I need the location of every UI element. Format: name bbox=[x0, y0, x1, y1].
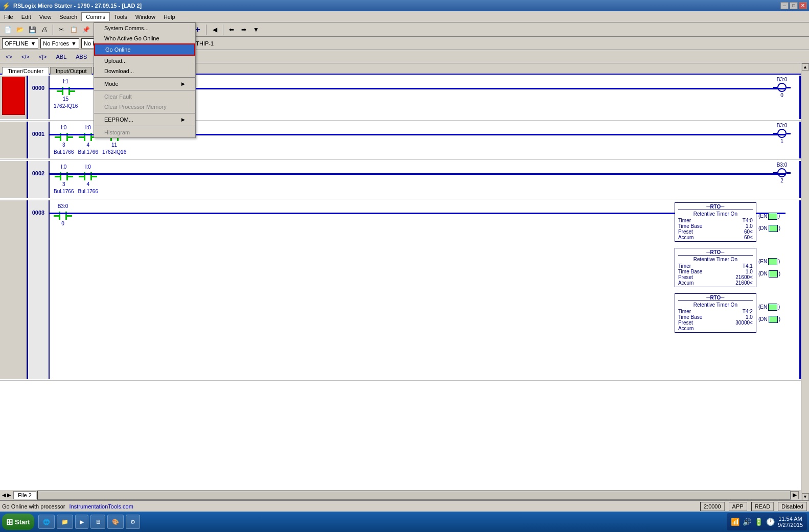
tab-input-output[interactable]: Input/Output bbox=[50, 67, 93, 75]
forward-btn[interactable]: ➡ bbox=[238, 24, 249, 35]
contact-r2-i0-3: I:0 3 Bul.1766 bbox=[54, 164, 74, 196]
instr-abl[interactable]: ABL bbox=[52, 53, 70, 61]
contact-r2-i0-4: I:0 4 Bul.1766 bbox=[78, 164, 98, 196]
menu-who-active[interactable]: Who Active Go Online bbox=[94, 33, 195, 43]
window-title: RSLogix Micro Starter - 1790 - 27.09.15 … bbox=[13, 3, 780, 9]
open-btn[interactable]: 📂 bbox=[14, 24, 26, 35]
menu-divider-2 bbox=[94, 90, 195, 90]
start-button[interactable]: ⊞ Start bbox=[2, 514, 34, 530]
rung-0003-number: 0003 bbox=[28, 200, 50, 379]
taskbar-explorer[interactable]: 📁 bbox=[57, 515, 73, 529]
sep6 bbox=[223, 25, 223, 35]
menu-window[interactable]: Window bbox=[131, 13, 159, 21]
contact-i1: I:1 15 1762-IQ16 bbox=[54, 79, 78, 110]
cut-btn[interactable]: ✂ bbox=[56, 24, 67, 35]
menu-edit[interactable]: Edit bbox=[17, 13, 35, 21]
tray-clock-icon: 🕐 bbox=[766, 518, 775, 526]
scroll-left-btn[interactable]: ◀ bbox=[2, 492, 6, 498]
back-btn[interactable]: ⬅ bbox=[226, 24, 237, 35]
contact-b30-r3: B3:0 0 bbox=[54, 203, 72, 228]
rung-0001-number: 0001 bbox=[28, 122, 50, 158]
menu-divider-3 bbox=[94, 113, 195, 113]
status-mode: APP bbox=[729, 502, 747, 511]
status-state: Disabled bbox=[778, 502, 807, 511]
menu-upload[interactable]: Upload... bbox=[94, 56, 195, 66]
coil-b30: B3:0 0 bbox=[773, 77, 791, 98]
status-website: InstrumentationTools.com bbox=[70, 503, 133, 510]
rung-0002: 0002 I:0 bbox=[0, 160, 801, 199]
forces-status: No Forces bbox=[43, 40, 69, 47]
menu-go-online[interactable]: Go Online bbox=[94, 43, 195, 56]
minimize-btn[interactable]: ─ bbox=[780, 2, 789, 9]
hscroll-right-btn[interactable]: ▶ bbox=[791, 491, 799, 499]
menu-help[interactable]: Help bbox=[159, 13, 179, 21]
rto-block-3: ─RTO─ Retentive Timer On TimerT4:2 Time … bbox=[675, 293, 780, 333]
paste-btn[interactable]: 📌 bbox=[80, 24, 91, 35]
rung-0003: 0003 B3:0 bbox=[0, 199, 801, 381]
scroll-up-btn[interactable]: ▲ bbox=[802, 63, 809, 71]
tray-volume-icon: 🔊 bbox=[743, 518, 751, 526]
forces-status-dropdown[interactable]: No Forces ▼ bbox=[40, 38, 79, 49]
menu-system-comms[interactable]: System Comms... bbox=[94, 23, 195, 33]
instr-nec[interactable]: </> bbox=[18, 53, 33, 61]
taskbar-items: 🌐 📁 ▶ 🖥 🎨 ⚙ bbox=[34, 515, 727, 529]
sep5 bbox=[206, 25, 206, 35]
taskbar-settings[interactable]: ⚙ bbox=[126, 515, 140, 529]
status-message: Go Online with processor bbox=[2, 503, 65, 510]
tab-timer-counter[interactable]: Timer/Counter bbox=[2, 67, 49, 75]
status-code: 2:0000 bbox=[700, 502, 725, 511]
rto-block-2: ─RTO─ Retentive Timer On TimerT4:1 Time … bbox=[675, 248, 780, 287]
rung-0002-body: I:0 3 Bul.1766 bbox=[50, 161, 801, 198]
save-btn[interactable]: 💾 bbox=[27, 24, 38, 35]
taskbar-display[interactable]: 🖥 bbox=[90, 515, 105, 529]
title-bar: ⚡ RSLogix Micro Starter - 1790 - 27.09.1… bbox=[0, 0, 809, 11]
menu-view[interactable]: View bbox=[35, 13, 56, 21]
menu-download[interactable]: Download... bbox=[94, 66, 195, 76]
instr-pipe[interactable]: <|> bbox=[35, 53, 51, 61]
taskbar-media[interactable]: ▶ bbox=[75, 515, 88, 529]
connection-status-dropdown[interactable]: OFFLINE ▼ bbox=[2, 38, 38, 49]
taskbar-tray: 📶 🔊 🔋 🕐 11:54 AM 9/27/2015 bbox=[727, 513, 807, 530]
menu-divider-1 bbox=[94, 77, 195, 78]
bottom-status-bar: Go Online with processor Instrumentation… bbox=[0, 500, 809, 512]
menu-file[interactable]: File bbox=[0, 13, 17, 21]
vertical-scrollbar[interactable]: ▲ ▼ bbox=[801, 63, 809, 500]
menu-mode[interactable]: Mode ▶ bbox=[94, 79, 195, 89]
file-tab-row: ◀ ▶ File 2 ▶ bbox=[0, 490, 801, 500]
rung-0000-number: 0000 bbox=[28, 76, 50, 119]
taskbar-ie[interactable]: 🌐 bbox=[38, 515, 55, 529]
tray-battery-icon: 🔋 bbox=[754, 518, 763, 526]
file-tab-2[interactable]: File 2 bbox=[13, 491, 36, 499]
menu-divider-4 bbox=[94, 126, 195, 126]
rung-0003-body: B3:0 0 bbox=[50, 200, 801, 379]
nav-left-btn[interactable]: ◀ bbox=[209, 24, 220, 35]
rung-0000-indicator bbox=[2, 77, 25, 115]
copy-btn[interactable]: 📋 bbox=[68, 24, 79, 35]
menu-tools[interactable]: Tools bbox=[110, 13, 131, 21]
new-btn[interactable]: 📄 bbox=[2, 24, 13, 35]
scroll-down-btn[interactable]: ▼ bbox=[802, 493, 809, 500]
menu-eeprom[interactable]: EEPROM... ▶ bbox=[94, 114, 195, 125]
sep1 bbox=[53, 25, 53, 35]
maximize-btn[interactable]: □ bbox=[790, 2, 798, 9]
taskbar-paint[interactable]: 🎨 bbox=[107, 515, 124, 529]
comms-dropdown-menu: System Comms... Who Active Go Online Go … bbox=[94, 22, 196, 138]
coil-b30-2: B3:0 2 bbox=[773, 162, 791, 183]
instr-ne[interactable]: <> bbox=[2, 53, 16, 61]
tray-time: 11:54 AM 9/27/2015 bbox=[778, 516, 803, 528]
nav-drop-btn[interactable]: ▼ bbox=[250, 24, 262, 35]
taskbar: ⊞ Start 🌐 📁 ▶ 🖥 🎨 ⚙ 📶 🔊 🔋 🕐 11:54 AM 9/2… bbox=[0, 512, 809, 532]
rung-0002-number: 0002 bbox=[28, 161, 50, 198]
tray-network-icon: 📶 bbox=[731, 518, 739, 526]
close-btn[interactable]: ✕ bbox=[799, 2, 807, 9]
scroll-right-btn[interactable]: ▶ bbox=[7, 492, 11, 498]
instr-abs[interactable]: ABS bbox=[72, 53, 90, 61]
menu-clear-fault: Clear Fault bbox=[94, 91, 195, 102]
print-btn[interactable]: 🖨 bbox=[39, 24, 50, 35]
coil-b30-1: B3:0 1 bbox=[773, 123, 791, 144]
rto-block-1: ─RTO─ Retentive Timer On TimerT4:0 Time … bbox=[675, 202, 780, 242]
status-readwrite: READ bbox=[751, 502, 774, 511]
menu-search[interactable]: Search bbox=[55, 13, 81, 21]
menu-comms[interactable]: Comms bbox=[81, 12, 110, 21]
connection-status: OFFLINE bbox=[5, 40, 28, 47]
